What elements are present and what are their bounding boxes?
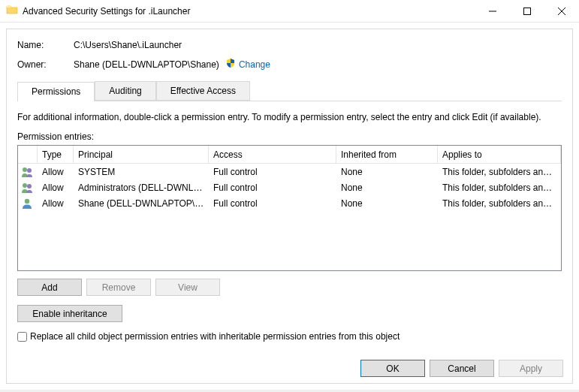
close-button[interactable] bbox=[544, 0, 579, 23]
principal-icon bbox=[18, 198, 38, 210]
content-frame: Name: C:\Users\Shane\.iLauncher Owner: S… bbox=[6, 29, 573, 384]
folder-icon bbox=[6, 4, 18, 18]
minimize-button[interactable] bbox=[475, 0, 510, 23]
replace-child-label: Replace all child object permission entr… bbox=[30, 331, 400, 342]
cell-principal: Administrators (DELL-DWNLA... bbox=[74, 182, 209, 193]
cell-inherited: None bbox=[336, 198, 438, 209]
apply-button[interactable]: Apply bbox=[499, 360, 563, 377]
cell-inherited: None bbox=[336, 167, 438, 177]
cell-type: Allow bbox=[38, 182, 74, 193]
col-access-header[interactable]: Access bbox=[209, 146, 336, 163]
tab-auditing[interactable]: Auditing bbox=[95, 81, 155, 101]
replace-child-checkbox[interactable] bbox=[17, 332, 27, 342]
cancel-button[interactable]: Cancel bbox=[430, 360, 494, 377]
cell-type: Allow bbox=[38, 167, 74, 177]
permission-list[interactable]: Type Principal Access Inherited from App… bbox=[17, 145, 562, 271]
table-row[interactable]: AllowAdministrators (DELL-DWNLA...Full c… bbox=[18, 179, 561, 195]
table-row[interactable]: AllowShane (DELL-DWNLAPTOP\Sh...Full con… bbox=[18, 195, 561, 211]
view-button[interactable]: View bbox=[155, 279, 220, 296]
owner-value: Shane (DELL-DWNLAPTOP\Shane) bbox=[74, 59, 219, 70]
shield-icon bbox=[225, 58, 236, 71]
col-principal-header[interactable]: Principal bbox=[74, 146, 209, 163]
svg-point-5 bbox=[27, 168, 32, 173]
enable-inheritance-button[interactable]: Enable inheritance bbox=[17, 305, 122, 322]
cell-type: Allow bbox=[38, 198, 74, 209]
title-bar: Advanced Security Settings for .iLaunche… bbox=[0, 0, 579, 23]
owner-label: Owner: bbox=[17, 59, 74, 70]
table-row[interactable]: AllowSYSTEMFull controlNoneThis folder, … bbox=[18, 164, 561, 179]
principal-icon bbox=[18, 182, 38, 194]
change-link-text: Change bbox=[239, 59, 270, 70]
ok-button[interactable]: OK bbox=[360, 360, 425, 377]
remove-button[interactable]: Remove bbox=[86, 279, 151, 296]
tabs: Permissions Auditing Effective Access bbox=[17, 81, 562, 101]
principal-icon bbox=[18, 166, 38, 178]
maximize-button[interactable] bbox=[510, 0, 544, 23]
svg-point-4 bbox=[23, 167, 27, 172]
info-text: For additional information, double-click… bbox=[17, 112, 562, 122]
tab-permissions[interactable]: Permissions bbox=[17, 82, 95, 101]
cell-principal: Shane (DELL-DWNLAPTOP\Sh... bbox=[74, 198, 209, 209]
window-controls bbox=[475, 0, 579, 23]
svg-point-8 bbox=[25, 198, 29, 203]
svg-point-7 bbox=[27, 184, 32, 188]
cell-applies: This folder, subfolders and files bbox=[438, 198, 561, 209]
window-title: Advanced Security Settings for .iLaunche… bbox=[23, 6, 475, 17]
name-label: Name: bbox=[17, 40, 74, 50]
cell-applies: This folder, subfolders and files bbox=[438, 182, 561, 193]
col-icon-header[interactable] bbox=[18, 146, 38, 163]
change-owner-link[interactable]: Change bbox=[225, 58, 270, 71]
cell-access: Full control bbox=[209, 198, 336, 209]
cell-applies: This folder, subfolders and files bbox=[438, 167, 561, 177]
entries-label: Permission entries: bbox=[17, 131, 562, 142]
col-inherited-header[interactable]: Inherited from bbox=[336, 146, 438, 163]
cell-inherited: None bbox=[336, 182, 438, 193]
tab-effective-access[interactable]: Effective Access bbox=[156, 81, 250, 101]
svg-point-6 bbox=[23, 183, 27, 188]
cell-access: Full control bbox=[209, 167, 336, 177]
cell-access: Full control bbox=[209, 182, 336, 193]
cell-principal: SYSTEM bbox=[74, 167, 209, 177]
list-header: Type Principal Access Inherited from App… bbox=[18, 146, 561, 164]
name-value: C:\Users\Shane\.iLauncher bbox=[74, 40, 182, 50]
col-applies-header[interactable]: Applies to bbox=[438, 146, 561, 163]
add-button[interactable]: Add bbox=[17, 279, 82, 296]
col-type-header[interactable]: Type bbox=[38, 146, 74, 163]
svg-rect-1 bbox=[524, 8, 531, 14]
